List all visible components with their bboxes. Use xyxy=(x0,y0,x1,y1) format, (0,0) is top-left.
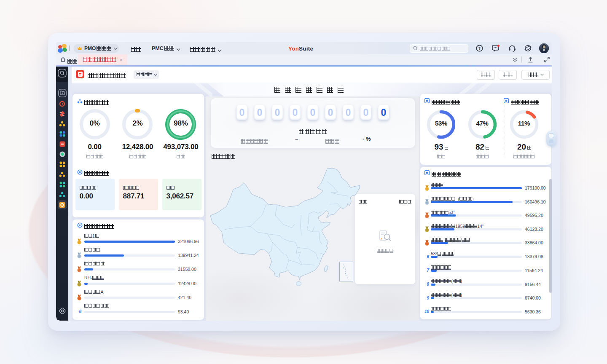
svg-text:?: ? xyxy=(478,46,481,51)
